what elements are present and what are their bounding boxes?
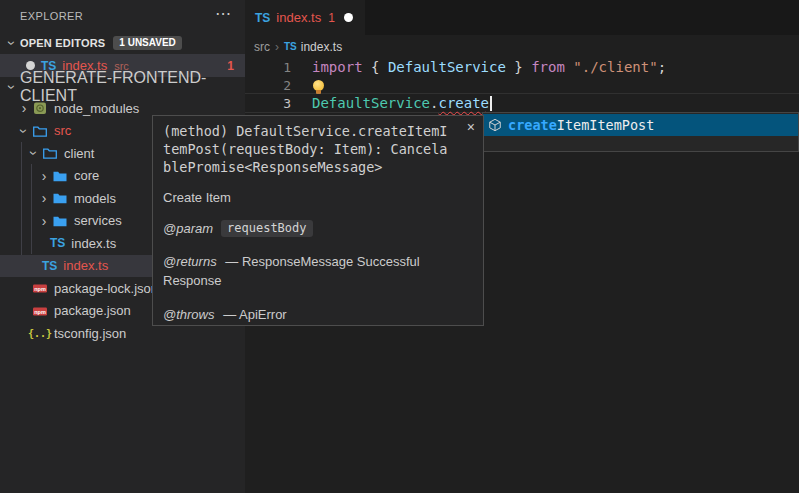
param-doc-row: @param requestBody (163, 220, 473, 237)
suggestion-rest-text: ItemItemPost (557, 117, 655, 133)
folder-open-icon (32, 123, 48, 139)
token-open-brace: { (363, 59, 388, 75)
token-import: import (312, 59, 363, 75)
token-close-brace: } (506, 59, 531, 75)
param-tag: @param (163, 221, 213, 236)
returns-doc-row: @returns — ResponseMessage Successful Re… (163, 252, 473, 290)
npm-file-icon: npm (32, 280, 48, 296)
chevron-right-icon[interactable]: › (36, 169, 52, 183)
chevron-down-icon[interactable]: › (16, 124, 32, 138)
line-number[interactable]: 1 (245, 60, 291, 75)
chevron-right-icon[interactable]: › (36, 214, 52, 228)
explorer-header: EXPLORER ⋯ (0, 0, 245, 32)
returns-tag: @returns (163, 254, 217, 269)
quick-fix-lightbulb-icon[interactable] (313, 80, 324, 91)
typescript-file-icon: TS (42, 259, 57, 273)
code-line-3: 3 DefaultService.create (245, 94, 799, 112)
throws-tag: @throws (163, 307, 215, 322)
json-braces-icon: {..} (32, 325, 48, 341)
typescript-file-icon: TS (50, 236, 65, 250)
token-module-string: "./client" (565, 59, 658, 75)
code-line-1: 1 import { DefaultService } from "./clie… (245, 58, 799, 76)
open-editors-section-header[interactable]: › OPEN EDITORS 1 UNSAVED (0, 32, 245, 54)
folder-icon (52, 213, 68, 229)
breadcrumb-folder[interactable]: src (254, 40, 270, 54)
svg-text:npm: npm (34, 309, 46, 315)
throws-text: — ApiError (223, 307, 287, 322)
token-dot: . (430, 95, 438, 111)
unsaved-badge: 1 UNSAVED (113, 36, 182, 50)
more-actions-icon[interactable]: ⋯ (215, 4, 231, 23)
explorer-title: EXPLORER (20, 10, 83, 22)
suggest-widget: createItemItemPost (482, 112, 799, 152)
chevron-down-icon[interactable]: › (4, 80, 20, 94)
typescript-file-icon: TS (284, 41, 297, 52)
token-default-service: DefaultService (312, 95, 430, 111)
token-from: from (531, 59, 565, 75)
token-default-service: DefaultService (388, 59, 506, 75)
method-description: Create Item (163, 190, 473, 205)
typescript-file-icon: TS (255, 11, 270, 25)
npm-file-icon: npm (32, 303, 48, 319)
method-signature-line: temPost(requestBody: Item): Cancela (163, 140, 473, 158)
svg-text:npm: npm (34, 286, 46, 292)
code-area[interactable]: 1 import { DefaultService } from "./clie… (245, 58, 799, 112)
breadcrumb: src › TS index.ts (245, 35, 799, 58)
method-signature-line: (method) DefaultService.createItemI (163, 122, 473, 140)
folder-icon (52, 168, 68, 184)
chevron-down-icon[interactable]: › (26, 146, 42, 160)
chevron-right-icon[interactable]: › (36, 191, 52, 205)
token-semicolon: ; (658, 59, 666, 75)
hover-tooltip: × (method) DefaultService.createItemI te… (152, 115, 484, 326)
open-editors-label: OPEN EDITORS (20, 37, 105, 49)
chevron-down-icon[interactable]: › (4, 36, 20, 50)
token-create-error: create (438, 95, 489, 111)
param-name-chip: requestBody (221, 220, 312, 237)
tab-index-ts[interactable]: TS index.ts 1 (245, 0, 365, 35)
code-line-2: 2 (245, 76, 799, 94)
project-section-header[interactable]: › GENERATE-FRONTEND-CLIENT (0, 77, 245, 97)
node-modules-folder-icon (32, 100, 48, 116)
breadcrumb-separator-icon: › (275, 40, 279, 54)
tab-filename: index.ts (276, 10, 321, 25)
folder-open-icon (42, 145, 58, 161)
line-number[interactable]: 2 (245, 78, 291, 93)
close-icon[interactable]: × (467, 119, 475, 135)
text-cursor (490, 96, 492, 111)
line-number[interactable]: 3 (245, 96, 291, 111)
suggestion-create-item-item-post[interactable]: createItemItemPost (483, 114, 798, 136)
vscode-window: EXPLORER ⋯ › OPEN EDITORS 1 UNSAVED TS i… (0, 0, 799, 493)
tab-error-count: 1 (328, 11, 335, 25)
breadcrumb-file[interactable]: index.ts (301, 40, 342, 54)
chevron-right-icon[interactable]: › (16, 101, 32, 115)
tab-modified-dot-icon[interactable] (344, 13, 353, 22)
folder-icon (52, 190, 68, 206)
symbol-method-cube-icon (488, 118, 502, 132)
method-signature-line: blePromise<ResponseMessage> (163, 158, 473, 176)
tab-bar: TS index.ts 1 (245, 0, 799, 35)
suggestion-matched-text: create (508, 117, 557, 133)
throws-doc-row: @throws — ApiError (163, 305, 473, 324)
